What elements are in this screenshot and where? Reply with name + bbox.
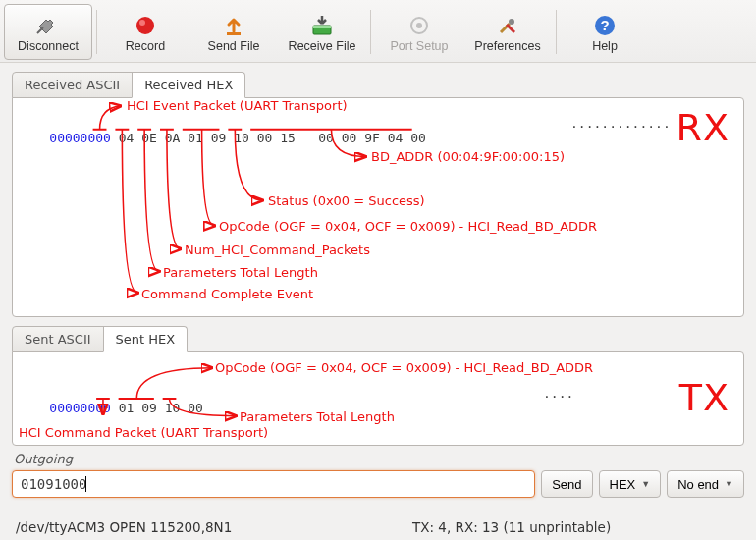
tx-address: 00000000 (49, 401, 111, 415)
rx-tabs: Received ASCII Received HEX (0, 63, 756, 97)
port-setup-button[interactable]: Port Setup (375, 4, 463, 60)
preferences-button[interactable]: Preferences (463, 4, 552, 60)
anno-status: Status (0x00 = Success) (268, 193, 425, 208)
rx-address: 00000000 (49, 131, 111, 145)
outgoing-input[interactable]: 01091000 (12, 470, 535, 498)
tx-bytes: 01 09 10 00 (119, 401, 203, 415)
rx-hex-line: 00000000 04 0E 0A 01 09 10 00 15 00 00 9… (19, 116, 426, 160)
send-button[interactable]: Send (541, 470, 592, 498)
record-button[interactable]: Record (101, 4, 189, 60)
rx-ascii: ............. (570, 116, 671, 131)
help-icon: ? (593, 12, 617, 39)
disconnect-button[interactable]: Disconnect (4, 4, 92, 60)
send-file-button[interactable]: Send File (189, 4, 278, 60)
preferences-label: Preferences (474, 39, 540, 53)
anno-param-len: Parameters Total Length (163, 265, 318, 280)
outgoing-label: Outgoing (14, 452, 742, 466)
tx-ascii: .... (543, 386, 573, 401)
tab-sent-ascii[interactable]: Sent ASCII (12, 326, 104, 352)
svg-point-7 (416, 23, 422, 28)
line-ending-value: No end (677, 477, 719, 492)
status-port: /dev/ttyACM3 OPEN 115200,8N1 (16, 519, 232, 535)
send-file-label: Send File (208, 39, 260, 53)
receive-file-label: Receive File (289, 39, 356, 53)
gear-icon (407, 12, 431, 39)
svg-text:?: ? (600, 17, 609, 33)
port-setup-label: Port Setup (390, 39, 448, 53)
svg-rect-5 (313, 26, 331, 28)
rx-label: RX (676, 106, 729, 149)
anno-tx-opcode: OpCode (OGF = 0x04, OCF = 0x009) - HCI_R… (215, 360, 593, 375)
status-bar: /dev/ttyACM3 OPEN 115200,8N1 TX: 4, RX: … (0, 513, 756, 540)
plug-icon (35, 12, 61, 39)
toolbar-separator (556, 10, 557, 54)
svg-rect-3 (227, 32, 241, 35)
svg-point-2 (139, 20, 145, 26)
toolbar: Disconnect Record Send File Receive File… (0, 0, 756, 63)
receive-file-button[interactable]: Receive File (278, 4, 366, 60)
anno-opcode: OpCode (OGF = 0x04, OCF = 0x009) - HCI_R… (219, 219, 597, 234)
text-cursor (85, 476, 86, 492)
tx-panel: 00000000 01 09 10 00 .... TX OpCode (OGF… (12, 351, 744, 446)
mode-value: HEX (610, 477, 636, 492)
help-label: Help (592, 39, 618, 53)
help-button[interactable]: ? Help (561, 4, 649, 60)
tx-hex-line: 00000000 01 09 10 00 (19, 386, 203, 430)
status-counts: TX: 4, RX: 13 (11 unprintable) (412, 519, 611, 535)
toolbar-separator (370, 10, 371, 54)
tab-received-hex[interactable]: Received HEX (132, 72, 245, 98)
disconnect-label: Disconnect (18, 39, 79, 53)
anno-num-pkts: Num_HCI_Command_Packets (185, 243, 370, 257)
svg-line-0 (37, 27, 43, 33)
outgoing-section: Outgoing 01091000 Send HEX▼ No end▼ (12, 452, 744, 498)
tab-sent-hex[interactable]: Sent HEX (103, 326, 189, 352)
chevron-down-icon: ▼ (641, 479, 650, 489)
svg-point-8 (509, 19, 514, 25)
outgoing-value: 01091000 (21, 476, 86, 492)
mode-select[interactable]: HEX▼ (599, 470, 662, 498)
tx-label: TX (679, 376, 729, 419)
anno-cmd-complete: Command Complete Event (141, 287, 313, 301)
upload-icon (222, 12, 245, 39)
toolbar-separator (96, 10, 97, 54)
chevron-down-icon: ▼ (725, 479, 733, 489)
rx-bytes: 04 0E 0A 01 09 10 00 15 00 00 9F 04 00 (119, 131, 426, 145)
anno-hci-event: HCI Event Packet (UART Transport) (127, 98, 348, 113)
anno-tx-param-len: Parameters Total Length (240, 409, 395, 424)
rx-panel: 00000000 04 0E 0A 01 09 10 00 15 00 00 9… (12, 97, 744, 317)
download-icon (309, 12, 335, 39)
line-ending-select[interactable]: No end▼ (667, 470, 744, 498)
tools-icon (496, 12, 519, 39)
record-icon (134, 12, 157, 39)
tx-tabs: Sent ASCII Sent HEX (0, 317, 756, 351)
svg-point-1 (136, 17, 154, 34)
tab-received-ascii[interactable]: Received ASCII (12, 72, 133, 98)
record-label: Record (126, 39, 165, 53)
